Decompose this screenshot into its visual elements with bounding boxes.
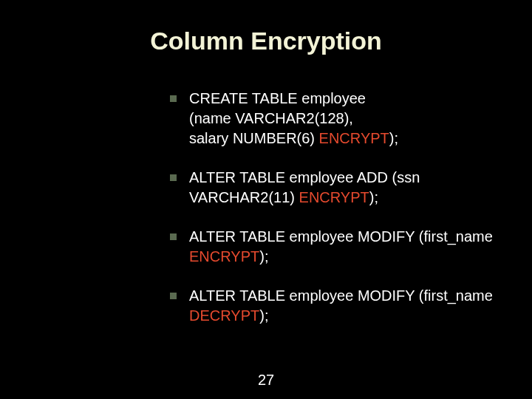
list-item: ALTER TABLE employee ADD (ssn VARCHAR2(1…: [170, 168, 495, 208]
code-line: CREATE TABLE employee: [189, 89, 495, 109]
code-text: );: [259, 307, 268, 324]
code-line: ALTER TABLE employee ADD (ssn VARCHAR2(1…: [189, 168, 495, 208]
keyword: ENCRYPT: [299, 189, 369, 205]
code-text: salary NUMBER(6): [189, 130, 319, 146]
code-text: );: [369, 189, 378, 205]
list-item: ALTER TABLE employee MODIFY (first_name …: [170, 227, 495, 267]
slide: Column Encryption CREATE TABLE employee …: [0, 0, 532, 399]
code-line: ALTER TABLE employee MODIFY (first_name …: [189, 227, 495, 267]
code-text: ALTER TABLE employee MODIFY (first_name: [189, 287, 493, 304]
keyword: ENCRYPT: [189, 248, 259, 265]
bullet-list: CREATE TABLE employee (name VARCHAR2(128…: [170, 89, 495, 326]
code-line: salary NUMBER(6) ENCRYPT);: [189, 129, 495, 149]
code-line: (name VARCHAR2(128),: [189, 109, 495, 129]
list-item: ALTER TABLE employee MODIFY (first_name …: [170, 286, 495, 326]
list-item: CREATE TABLE employee (name VARCHAR2(128…: [170, 89, 495, 149]
slide-title: Column Encryption: [0, 27, 532, 55]
code-line: ALTER TABLE employee MODIFY (first_name …: [189, 286, 495, 326]
keyword: DECRYPT: [189, 307, 259, 324]
page-number: 27: [0, 372, 532, 389]
keyword: ENCRYPT: [319, 130, 389, 146]
code-text: );: [389, 130, 398, 146]
code-text: ALTER TABLE employee MODIFY (first_name: [189, 228, 493, 245]
slide-body: CREATE TABLE employee (name VARCHAR2(128…: [170, 89, 495, 345]
code-text: );: [259, 248, 268, 265]
